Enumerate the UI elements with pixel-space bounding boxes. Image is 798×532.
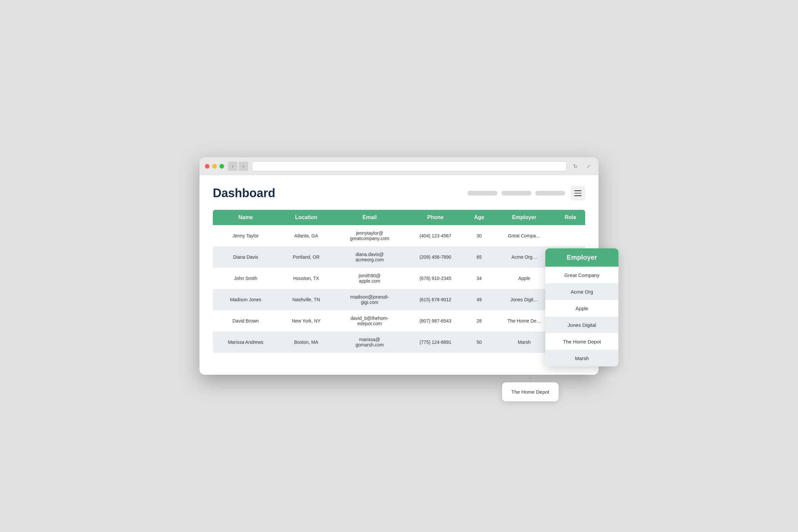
table-row[interactable]: Madison JonesNashville, TNmadison@jonesd… [213, 289, 585, 310]
cell-2: david_b@thehom- edepot.com [334, 310, 405, 331]
table-row[interactable]: Jenny TaylorAtlanta, GAjennytaylor@ grea… [213, 225, 585, 246]
cell-2: marissa@ gomarsh.com [334, 331, 405, 353]
col-phone: Phone [405, 210, 466, 225]
cell-3: (807) 987-6543 [405, 310, 466, 331]
nav-buttons: ‹ › [228, 162, 248, 171]
employer-dropdown-header: Employer [545, 248, 619, 267]
cell-4: 49 [466, 289, 493, 310]
cell-2: jsmith90@ apple.com [334, 268, 405, 289]
cell-1: Boston, MA [278, 331, 334, 353]
col-role: Role [556, 210, 585, 225]
cell-0: David Brown [213, 310, 278, 331]
employer-dropdown-item[interactable]: Great Company [545, 267, 619, 283]
page-header: Dashboard [213, 186, 585, 201]
hamburger-line-2 [574, 193, 582, 194]
col-email: Email [334, 210, 405, 225]
cell-0: Madison Jones [213, 289, 278, 310]
col-name: Name [213, 210, 278, 225]
browser-chrome: ‹ › ↻ ⤢ [200, 157, 598, 175]
tooltip-bubble: The Home Depot [502, 382, 558, 401]
cell-4: 34 [466, 268, 493, 289]
expand-button[interactable]: ⤢ [584, 162, 593, 171]
cell-3: (678) 910-2345 [405, 268, 466, 289]
traffic-lights [205, 164, 224, 169]
header-pill-1 [468, 191, 497, 195]
cell-5: Great Compa… [493, 225, 556, 246]
cell-0: Marissa Andrews [213, 331, 278, 353]
col-location: Location [278, 210, 334, 225]
page-title: Dashboard [213, 186, 275, 200]
forward-button[interactable]: › [239, 162, 248, 171]
tooltip-text: The Home Depot [511, 389, 549, 395]
cell-6 [556, 225, 585, 246]
table-row[interactable]: Diana DavisPortland, ORdiana.davis@ acme… [213, 246, 585, 268]
address-bar[interactable] [252, 161, 567, 171]
maximize-button[interactable] [220, 164, 224, 169]
cell-1: Atlanta, GA [278, 225, 334, 246]
cell-4: 30 [466, 225, 493, 246]
minimize-button[interactable] [212, 164, 217, 169]
table-row[interactable]: David BrownNew York, NYdavid_b@thehom- e… [213, 310, 585, 331]
table-row[interactable]: John SmithHouston, TXjsmith90@ apple.com… [213, 268, 585, 289]
cell-0: John Smith [213, 268, 278, 289]
cell-0: Diana Davis [213, 246, 278, 268]
header-pill-2 [501, 191, 531, 195]
close-button[interactable] [205, 164, 209, 169]
hamburger-line-1 [574, 190, 582, 191]
col-employer[interactable]: Employer [493, 210, 556, 225]
employer-dropdown-item[interactable]: Jones Digital [545, 317, 619, 333]
header-right [468, 186, 585, 201]
hamburger-line-3 [574, 195, 582, 196]
cell-4: 50 [466, 331, 493, 353]
cell-1: Houston, TX [278, 268, 334, 289]
cell-3: (404) 123-4567 [405, 225, 466, 246]
data-table: Name Location Email Phone Age Employer R… [213, 210, 585, 353]
cell-1: Nashville, TN [278, 289, 334, 310]
browser-content: Dashboard Name Location [200, 175, 598, 375]
cell-2: diana.davis@ acmeorg.com [334, 246, 405, 268]
table-body: Jenny TaylorAtlanta, GAjennytaylor@ grea… [213, 225, 585, 353]
cell-2: jennytaylor@ greatcompany.com [334, 225, 405, 246]
employer-dropdown-item[interactable]: The Home Depot [545, 333, 619, 350]
cell-1: New York, NY [278, 310, 334, 331]
table-row[interactable]: Marissa AndrewsBoston, MAmarissa@ gomars… [213, 331, 585, 353]
header-pill-3 [535, 191, 565, 195]
hamburger-menu-button[interactable] [571, 186, 585, 201]
browser-window: ‹ › ↻ ⤢ Dashboard [200, 157, 598, 375]
employer-dropdown: Employer Great CompanyAcme OrgAppleJones… [545, 248, 619, 366]
reload-button[interactable]: ↻ [571, 162, 580, 171]
cell-4: 28 [466, 310, 493, 331]
cell-0: Jenny Taylor [213, 225, 278, 246]
table-header: Name Location Email Phone Age Employer R… [213, 210, 585, 225]
header-pills [468, 191, 565, 195]
cell-2: madison@jonesdi- gigi.com [334, 289, 405, 310]
col-age: Age [466, 210, 493, 225]
table-header-row: Name Location Email Phone Age Employer R… [213, 210, 585, 225]
employer-dropdown-item[interactable]: Marsh [545, 350, 619, 366]
cell-4: 65 [466, 246, 493, 268]
cell-1: Portland, OR [278, 246, 334, 268]
cell-3: (209) 456-7890 [405, 246, 466, 268]
employer-dropdown-list: Great CompanyAcme OrgAppleJones DigitalT… [545, 267, 619, 366]
back-button[interactable]: ‹ [228, 162, 238, 171]
employer-dropdown-item[interactable]: Apple [545, 300, 619, 317]
cell-3: (775) 124-6891 [405, 331, 466, 353]
employer-dropdown-item[interactable]: Acme Org [545, 283, 619, 300]
cell-3: (615) 678-9012 [405, 289, 466, 310]
